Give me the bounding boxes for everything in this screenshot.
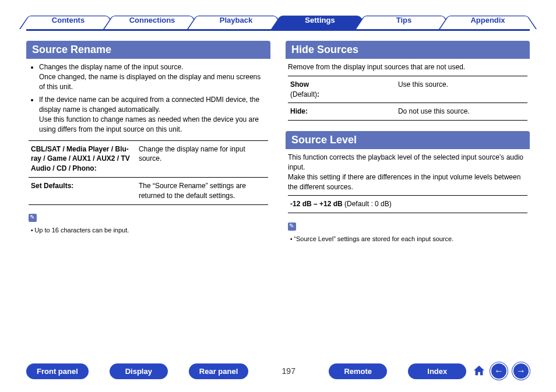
hide-sources-table: Show (Default): Use this source. Hide: D… bbox=[288, 76, 527, 121]
front-panel-button[interactable]: Front panel bbox=[26, 363, 89, 379]
tab-playback[interactable]: Playback bbox=[194, 12, 278, 29]
section-source-rename-title: Source Rename bbox=[26, 41, 270, 59]
display-button[interactable]: Display bbox=[110, 363, 168, 379]
row-key: CBL/SAT / Media Player / Blu-ray / Game … bbox=[31, 145, 130, 173]
top-nav: Contents Connections Playback Settings T… bbox=[26, 12, 530, 33]
table-row: -12 dB – +12 dB (Default : 0 dB) bbox=[288, 196, 527, 213]
tab-connections[interactable]: Connections bbox=[110, 12, 194, 29]
table-row: Set Defaults: The “Source Rename” settin… bbox=[29, 177, 268, 204]
home-button[interactable] bbox=[473, 364, 485, 379]
index-button[interactable]: Index bbox=[408, 363, 466, 379]
row-value: Change the display name for input source… bbox=[136, 140, 268, 177]
bullet-item: If the device name can be acquired from … bbox=[39, 95, 268, 134]
row-key: Hide: bbox=[290, 107, 308, 115]
rear-panel-button[interactable]: Rear panel bbox=[189, 363, 248, 379]
bullet-subtext: Once changed, the name is displayed on t… bbox=[39, 72, 268, 92]
next-page-button[interactable]: → bbox=[512, 362, 530, 380]
arrow-right-icon: → bbox=[516, 366, 526, 376]
row-value: Use this source. bbox=[396, 76, 527, 103]
source-rename-bullets: Changes the display name of the input so… bbox=[29, 62, 268, 135]
bottom-nav: Front panel Display Rear panel 197 Remot… bbox=[26, 361, 530, 382]
bullet-text: Changes the display name of the input so… bbox=[39, 63, 184, 71]
range-plain: (Default : 0 dB) bbox=[343, 200, 392, 208]
note-text: Up to 16 characters can be input. bbox=[29, 226, 268, 235]
home-icon bbox=[473, 364, 485, 377]
note-block: “Source Level” settings are stored for e… bbox=[288, 221, 527, 243]
bullet-subtext: Use this function to change names as nee… bbox=[39, 115, 268, 135]
arrow-left-icon: ← bbox=[494, 366, 504, 376]
source-level-intro2: Make this setting if there are differenc… bbox=[288, 172, 527, 192]
section-source-level-title: Source Level bbox=[286, 131, 530, 149]
left-column: Source Rename Changes the display name o… bbox=[26, 41, 270, 347]
tab-appendix[interactable]: Appendix bbox=[446, 12, 530, 29]
pencil-icon bbox=[288, 223, 296, 231]
page-content: Source Rename Changes the display name o… bbox=[26, 41, 530, 347]
prev-page-button[interactable]: ← bbox=[490, 362, 508, 380]
row-key-plain: (Default) bbox=[290, 90, 317, 98]
row-key: Set Defaults: bbox=[31, 182, 73, 190]
pencil-icon bbox=[29, 214, 37, 222]
row-key-colon: : bbox=[317, 90, 319, 98]
tab-settings[interactable]: Settings bbox=[278, 12, 362, 29]
bullet-item: Changes the display name of the input so… bbox=[39, 62, 268, 91]
page-number: 197 bbox=[280, 366, 297, 376]
table-row: Hide: Do not use this source. bbox=[288, 103, 527, 121]
table-row: CBL/SAT / Media Player / Blu-ray / Game … bbox=[29, 140, 268, 177]
tab-tips[interactable]: Tips bbox=[362, 12, 446, 29]
source-level-table: -12 dB – +12 dB (Default : 0 dB) bbox=[288, 195, 527, 213]
source-level-intro1: This function corrects the playback leve… bbox=[288, 153, 527, 172]
note-text: “Source Level” settings are stored for e… bbox=[288, 235, 527, 243]
row-value: The “Source Rename” settings are returne… bbox=[136, 177, 268, 204]
table-row: Show (Default): Use this source. bbox=[288, 76, 527, 103]
tab-contents[interactable]: Contents bbox=[26, 12, 110, 29]
remote-button[interactable]: Remote bbox=[329, 363, 387, 379]
bullet-text: If the device name can be acquired from … bbox=[39, 96, 259, 114]
note-block: Up to 16 characters can be input. bbox=[29, 213, 268, 235]
source-rename-table: CBL/SAT / Media Player / Blu-ray / Game … bbox=[29, 140, 268, 205]
hide-sources-intro: Remove from the display input sources th… bbox=[288, 62, 527, 72]
row-key-bold: Show bbox=[290, 80, 309, 89]
section-hide-sources-title: Hide Sources bbox=[286, 41, 530, 59]
range-bold: -12 dB – +12 dB bbox=[290, 200, 343, 208]
right-column: Hide Sources Remove from the display inp… bbox=[286, 41, 530, 347]
row-value: Do not use this source. bbox=[396, 103, 527, 121]
